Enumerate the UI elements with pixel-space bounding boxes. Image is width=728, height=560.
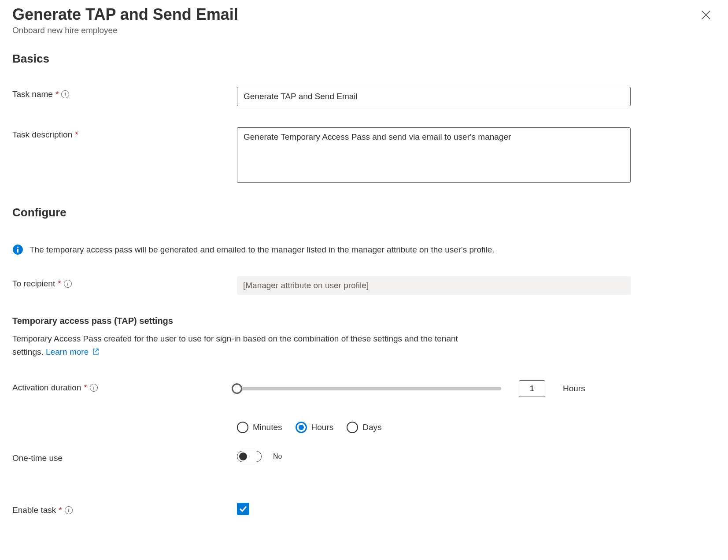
recipient-readonly: [Manager attribute on user profile] [237,276,631,295]
check-icon [239,504,248,513]
required-asterisk: * [58,279,61,289]
one-time-use-label: One-time use [12,453,63,463]
required-asterisk: * [59,505,62,515]
section-basics-heading: Basics [12,52,716,66]
task-name-input[interactable] [237,87,631,106]
page-title: Generate TAP and Send Email [12,5,716,24]
external-link-icon [92,348,99,355]
learn-more-link[interactable]: Learn more [46,347,99,356]
one-time-use-value: No [273,452,282,460]
activation-duration-unit: Hours [563,384,585,393]
task-name-label: Task name [12,89,53,99]
recipient-label: To recipient [12,279,55,289]
svg-point-3 [17,246,18,248]
radio-hours[interactable]: Hours [296,422,334,433]
radio-circle-icon [296,422,307,433]
toggle-knob [239,452,247,460]
radio-days[interactable]: Days [347,422,381,433]
required-asterisk: * [75,130,78,140]
radio-days-label: Days [362,423,381,432]
slider-thumb[interactable] [232,383,242,394]
learn-more-text: Learn more [46,347,89,356]
section-configure-heading: Configure [12,206,716,219]
info-icon[interactable]: i [90,384,98,392]
task-description-label: Task description [12,130,72,140]
tap-settings-heading: Temporary access pass (TAP) settings [12,316,716,326]
info-banner-text: The temporary access pass will be genera… [30,245,495,255]
close-icon [700,9,712,21]
radio-circle-icon [237,422,248,433]
info-icon [12,244,23,255]
enable-task-checkbox[interactable] [237,503,249,515]
page-subtitle: Onboard new hire employee [12,26,716,35]
svg-line-5 [95,349,98,352]
info-icon[interactable]: i [61,90,69,98]
radio-minutes-label: Minutes [253,423,282,432]
task-description-input[interactable]: Generate Temporary Access Pass and send … [237,127,631,183]
activation-duration-value-input[interactable] [519,380,545,397]
radio-minutes[interactable]: Minutes [237,422,282,433]
duration-unit-radio-group: Minutes Hours Days [237,422,633,433]
enable-task-label: Enable task [12,505,56,515]
radio-circle-icon [347,422,358,433]
required-asterisk: * [84,383,87,393]
info-icon[interactable]: i [65,506,73,514]
svg-rect-4 [17,248,18,252]
activation-duration-slider[interactable] [237,387,501,390]
close-button[interactable] [700,9,712,21]
required-asterisk: * [55,89,59,99]
one-time-use-toggle[interactable] [237,451,262,462]
activation-duration-label: Activation duration [12,383,81,393]
info-icon[interactable]: i [64,280,72,288]
radio-hours-label: Hours [311,423,334,432]
